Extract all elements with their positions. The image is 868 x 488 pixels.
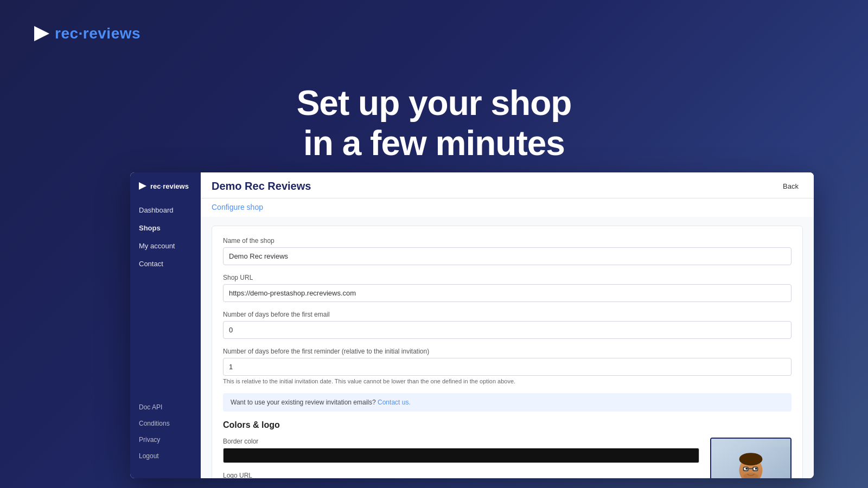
logo-url-group: Logo URL <box>223 472 699 478</box>
sidebar-logo-icon <box>138 181 148 191</box>
sidebar-item-logout[interactable]: Logout <box>130 448 201 464</box>
colors-logo-left: Border color Logo URL <box>223 438 699 478</box>
logo-play-icon <box>32 24 52 43</box>
colors-logo-heading: Colors & logo <box>223 420 792 430</box>
border-color-label: Border color <box>223 438 699 445</box>
sidebar-item-privacy[interactable]: Privacy <box>130 432 201 448</box>
person-preview: 10.10.2023 - John D. <box>710 438 792 478</box>
days-reminder-label: Number of days before the first reminder… <box>223 348 792 355</box>
main-content: Demo Rec Reviews Back Configure shop Nam… <box>201 172 814 478</box>
sidebar-logo: rec·reviews <box>130 181 201 202</box>
shop-name-input[interactable] <box>223 247 792 265</box>
sidebar-item-shops[interactable]: Shops <box>130 220 201 236</box>
colors-logo-section: Border color Logo URL <box>223 438 792 478</box>
logo-text: rec·reviews <box>55 25 141 42</box>
svg-point-13 <box>755 467 757 470</box>
page-subtitle: Configure shop <box>201 198 814 217</box>
form-panel: Name of the shop Shop URL Number of days… <box>212 226 803 478</box>
hero-section: Set up your shop in a few minutes <box>0 84 868 163</box>
info-box-text: Want to use your existing review invitat… <box>231 399 376 406</box>
sidebar-item-dashboard[interactable]: Dashboard <box>130 202 201 219</box>
header-logo: rec·reviews <box>32 24 141 43</box>
sidebar-item-conditions[interactable]: Conditions <box>130 415 201 432</box>
page-title: Demo Rec Reviews <box>212 180 311 192</box>
shop-url-group: Shop URL <box>223 274 792 302</box>
days-first-email-input[interactable] <box>223 321 792 339</box>
svg-point-12 <box>745 467 748 470</box>
shop-url-label: Shop URL <box>223 274 792 281</box>
border-color-swatch[interactable] <box>223 448 699 463</box>
sidebar-logo-text: rec·reviews <box>150 182 189 190</box>
sidebar-bottom: Doc API Conditions Privacy Logout <box>130 399 201 470</box>
info-box: Want to use your existing review invitat… <box>223 393 792 412</box>
svg-marker-0 <box>34 26 49 41</box>
days-reminder-group: Number of days before the first reminder… <box>223 348 792 384</box>
sidebar-item-contact[interactable]: Contact <box>130 255 201 272</box>
person-image <box>711 439 790 478</box>
sidebar: rec·reviews Dashboard Shops My account C… <box>130 172 201 478</box>
svg-marker-1 <box>139 182 146 190</box>
sidebar-item-my-account[interactable]: My account <box>130 237 201 254</box>
days-first-email-label: Number of days before the first email <box>223 311 792 318</box>
info-box-link[interactable]: Contact us. <box>378 399 411 406</box>
main-header: Demo Rec Reviews Back <box>201 172 814 198</box>
person-svg <box>711 446 790 478</box>
shop-name-group: Name of the shop <box>223 237 792 265</box>
svg-point-9 <box>739 453 763 465</box>
shop-url-input[interactable] <box>223 284 792 302</box>
days-reminder-input[interactable] <box>223 358 792 376</box>
days-first-email-group: Number of days before the first email <box>223 311 792 339</box>
back-button[interactable]: Back <box>778 180 803 192</box>
hero-heading: Set up your shop in a few minutes <box>0 84 868 163</box>
shop-name-label: Name of the shop <box>223 237 792 245</box>
logo-url-label: Logo URL <box>223 472 699 478</box>
sidebar-item-doc-api[interactable]: Doc API <box>130 399 201 415</box>
form-area: Name of the shop Shop URL Number of days… <box>201 217 814 478</box>
sidebar-nav: Dashboard Shops My account Contact <box>130 202 201 399</box>
reminder-hint: This is relative to the initial invitati… <box>223 378 792 384</box>
app-window: rec·reviews Dashboard Shops My account C… <box>130 172 814 478</box>
border-color-group: Border color <box>223 438 699 463</box>
